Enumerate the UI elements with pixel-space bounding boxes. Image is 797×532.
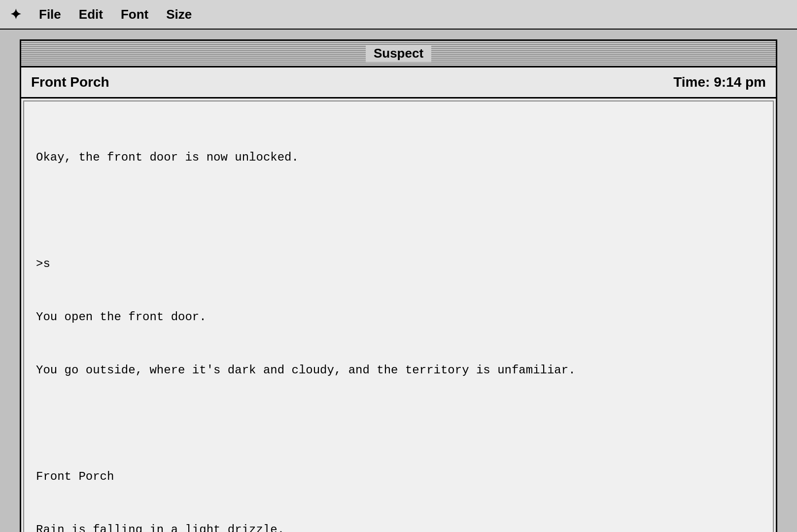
game-window: Suspect Front Porch Time: 9:14 pm Okay, …: [20, 39, 777, 532]
game-area[interactable]: Okay, the front door is now unlocked. >s…: [23, 100, 774, 532]
game-line-3: You go outside, where it's dark and clou…: [36, 362, 761, 379]
blank-line-2: [36, 415, 761, 432]
game-line-4: Rain is falling in a light drizzle.: [36, 521, 761, 532]
menu-bar: ✦ File Edit Font Size: [0, 0, 797, 30]
edit-menu[interactable]: Edit: [79, 7, 103, 22]
game-location-desc: Front Porch: [36, 468, 761, 486]
location-name: Front Porch: [31, 74, 109, 90]
font-menu[interactable]: Font: [121, 7, 148, 22]
window-title: Suspect: [366, 45, 431, 62]
apple-menu[interactable]: ✦: [10, 6, 21, 23]
title-bar: Suspect: [21, 41, 776, 67]
size-menu[interactable]: Size: [166, 7, 192, 22]
time-display: Time: 9:14 pm: [673, 74, 766, 90]
blank-line-1: [36, 202, 761, 220]
time-label: Time:: [673, 74, 710, 90]
game-text-block: Okay, the front door is now unlocked. >s…: [36, 113, 761, 532]
file-menu[interactable]: File: [39, 7, 61, 22]
game-command-1: >s: [36, 255, 761, 273]
game-line-2: You open the front door.: [36, 308, 761, 326]
game-line-1: Okay, the front door is now unlocked.: [36, 149, 761, 166]
time-value: 9:14 pm: [714, 74, 766, 90]
location-bar: Front Porch Time: 9:14 pm: [21, 67, 776, 99]
